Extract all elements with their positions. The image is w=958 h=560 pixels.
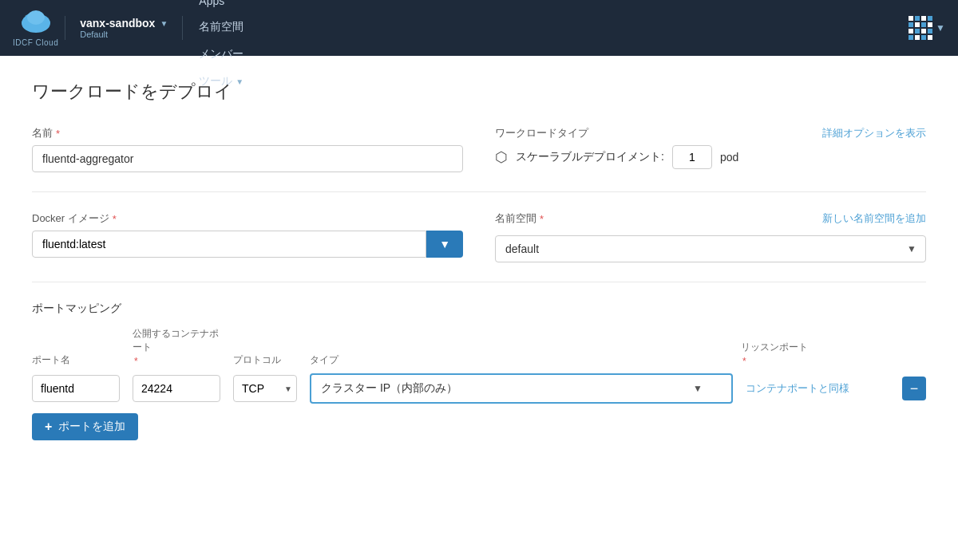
main-content: ワークロードをデプロイ 名前 * ワークロードタイプ ⬡ スケー <box>0 56 958 560</box>
nav-members[interactable]: メンバー <box>189 41 253 68</box>
listen-port-link[interactable]: コンテナポートと同様 <box>746 381 889 396</box>
docker-namespace-row: Docker イメージ * ▼ 名前空間 * 新しい名前空間を <box>32 211 926 262</box>
name-group: 名前 * <box>32 126 463 172</box>
workload-type-section: ワークロードタイプ ⬡ スケーラブルデプロイメント: pod 詳細オプションを表… <box>495 126 926 169</box>
add-namespace-link[interactable]: 新しい名前空間を追加 <box>822 211 926 226</box>
workload-unit: pod <box>720 151 738 164</box>
port-name-col-header: ポート名 <box>32 353 120 367</box>
docker-image-group: Docker イメージ * ▼ <box>32 211 463 258</box>
svg-rect-5 <box>915 16 920 21</box>
name-required: * <box>56 128 60 140</box>
docker-image-label: Docker イメージ * <box>32 211 463 226</box>
name-input[interactable] <box>32 145 463 172</box>
protocol-select[interactable]: TCP UDP <box>233 375 297 402</box>
container-port-input[interactable] <box>133 375 220 402</box>
workload-type-group: ワークロードタイプ ⬡ スケーラブルデプロイメント: pod <box>495 126 738 169</box>
svg-rect-16 <box>909 35 913 40</box>
name-workload-section: 名前 * ワークロードタイプ ⬡ スケーラブルデプロイメント: pod <box>32 126 926 192</box>
workload-type-value: ⬡ スケーラブルデプロイメント: pod <box>495 145 738 169</box>
app-grid-icon <box>907 14 932 40</box>
svg-rect-7 <box>928 16 932 21</box>
nav-apps[interactable]: Apps <box>189 0 234 14</box>
svg-rect-10 <box>921 22 926 27</box>
container-port-col-header: 公開するコンテナポート * <box>133 327 220 367</box>
namespace-required: * <box>540 213 544 225</box>
svg-rect-12 <box>909 29 913 34</box>
docker-image-input[interactable] <box>32 231 426 258</box>
docker-chevron-icon: ▼ <box>439 238 450 250</box>
nav-namespace[interactable]: 名前空間 <box>189 14 253 41</box>
workspace-sub: Default <box>80 30 108 39</box>
svg-rect-6 <box>921 16 926 21</box>
logo: IDCF Cloud <box>13 9 58 47</box>
workspace-chevron-icon: ▼ <box>160 19 168 28</box>
protocol-select-wrapper: TCP UDP ▼ <box>233 375 297 402</box>
svg-rect-17 <box>915 35 920 40</box>
workspace-name: vanx-sandbox <box>80 17 155 30</box>
svg-rect-11 <box>928 22 932 27</box>
app-grid-button[interactable] <box>904 11 936 45</box>
port-mapping-title: ポートマッピング <box>32 302 926 316</box>
header-right: ▼ <box>904 11 945 45</box>
add-port-button[interactable]: + ポートを追加 <box>32 413 138 440</box>
namespace-select[interactable]: default <box>495 235 926 262</box>
minus-icon: − <box>910 381 919 397</box>
page-title: ワークロードをデプロイ <box>32 80 926 104</box>
workload-type-text: スケーラブルデプロイメント: <box>516 150 664 164</box>
header: IDCF Cloud vanx-sandbox ▼ Default リソース ▼… <box>0 0 958 56</box>
svg-rect-19 <box>928 35 932 40</box>
namespace-group: 名前空間 * 新しい名前空間を追加 default ▼ <box>495 211 926 262</box>
workload-type-label: ワークロードタイプ <box>495 126 738 140</box>
svg-rect-15 <box>928 29 932 34</box>
name-workload-row: 名前 * ワークロードタイプ ⬡ スケーラブルデプロイメント: pod <box>32 126 926 172</box>
svg-rect-8 <box>909 22 913 27</box>
type-selected-value: クラスター IP（内部のみ） <box>321 381 457 396</box>
nav-divider <box>65 16 65 40</box>
workload-cluster-icon: ⬡ <box>495 148 508 166</box>
listen-port-required: * <box>742 356 885 367</box>
docker-image-input-group: ▼ <box>32 231 463 258</box>
docker-namespace-section: Docker イメージ * ▼ 名前空間 * 新しい名前空間を <box>32 211 926 282</box>
namespace-label: 名前空間 * <box>495 211 544 226</box>
type-select-wrapper: クラスター IP（内部のみ） ▼ <box>310 373 733 404</box>
plus-icon: + <box>45 420 52 434</box>
user-menu-chevron[interactable]: ▼ <box>936 22 945 34</box>
docker-required: * <box>113 213 117 225</box>
svg-rect-18 <box>921 35 926 40</box>
nav-divider-2 <box>182 16 183 40</box>
workspace-selector[interactable]: vanx-sandbox ▼ Default <box>72 12 176 44</box>
workload-scale-input[interactable] <box>672 145 712 169</box>
type-select-display[interactable]: クラスター IP（内部のみ） ▼ <box>310 373 733 404</box>
type-chevron-icon: ▼ <box>693 383 703 394</box>
name-label: 名前 * <box>32 126 463 140</box>
port-table-header: ポート名 公開するコンテナポート * プロトコル タイプ リッスンポート * <box>32 327 926 367</box>
svg-rect-13 <box>915 29 920 34</box>
port-name-input[interactable] <box>32 375 120 402</box>
port-mapping-section: ポートマッピング ポート名 公開するコンテナポート * プロトコル タイプ リッ… <box>32 302 926 440</box>
container-port-required: * <box>134 356 220 367</box>
namespace-select-wrapper: default ▼ <box>495 235 926 262</box>
port-row: TCP UDP ▼ クラスター IP（内部のみ） ▼ コンテナポートと同様 − <box>32 373 926 404</box>
logo-text: IDCF Cloud <box>13 38 58 47</box>
svg-rect-9 <box>915 22 920 27</box>
svg-rect-4 <box>909 16 913 21</box>
svg-point-3 <box>27 10 45 25</box>
detail-options-link[interactable]: 詳細オプションを表示 <box>822 126 926 140</box>
remove-port-button[interactable]: − <box>902 377 926 400</box>
svg-rect-14 <box>921 29 926 34</box>
tools-chevron-icon: ▼ <box>236 77 243 86</box>
listen-port-col-header: リッスンポート * <box>741 341 885 367</box>
protocol-col-header: プロトコル <box>233 353 297 367</box>
docker-dropdown-button[interactable]: ▼ <box>426 231 463 258</box>
type-col-header: タイプ <box>310 353 728 367</box>
